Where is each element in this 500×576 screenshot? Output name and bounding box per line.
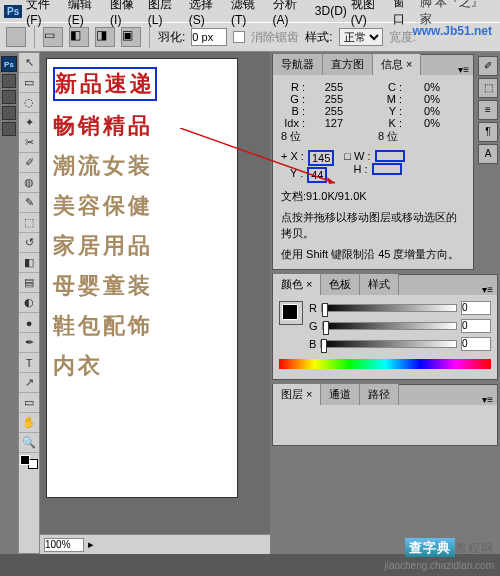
color-panel-menu-icon[interactable]: ▾≡: [478, 284, 497, 295]
info-y-val: 44: [307, 167, 327, 183]
menu-3d[interactable]: 3D(D): [315, 4, 347, 18]
hue-strip[interactable]: [279, 359, 491, 369]
eyedrop-tool[interactable]: ✐: [19, 153, 39, 173]
style-select[interactable]: 正常: [339, 28, 383, 46]
toolbox: ↖ ▭ ◌ ✦ ✂ ✐ ◍ ✎ ⬚ ↺ ◧ ▤ ◐ ● ✒ T ↗ ▭ ✋ 🔍: [18, 52, 40, 554]
tab-swatches[interactable]: 色板: [321, 274, 360, 295]
b-slider[interactable]: [320, 340, 457, 348]
info-hint1: 点按并拖移以移动图层或移动选区的拷贝。: [281, 210, 465, 241]
tab-channels[interactable]: 通道: [321, 384, 360, 405]
info-bit2: 8 位: [378, 129, 398, 144]
menu-file[interactable]: 文件(F): [26, 0, 64, 27]
tab-info[interactable]: 信息 ×: [373, 54, 421, 75]
pen-tool[interactable]: ✒: [19, 333, 39, 353]
sidetab-brush-icon[interactable]: ✐: [478, 56, 498, 76]
menu-bar: Ps 文件(F) 编辑(E) 图像(I) 图层(L) 选择(S) 滤镜(T) 分…: [0, 0, 500, 22]
brush-tool[interactable]: ✎: [19, 193, 39, 213]
menu-analysis[interactable]: 分析(A): [273, 0, 311, 27]
lasso-tool[interactable]: ◌: [19, 93, 39, 113]
feather-input[interactable]: [191, 28, 227, 46]
dodge-tool[interactable]: ●: [19, 313, 39, 333]
ps-icon: Ps: [4, 5, 22, 18]
text-line-3: 潮流女装: [53, 151, 231, 181]
intersect-sel-icon[interactable]: ▣: [121, 27, 141, 47]
status-arrow-icon[interactable]: ▸: [88, 538, 94, 551]
hand-tool[interactable]: ✋: [19, 413, 39, 433]
canvas[interactable]: 新品速递 畅销精品 潮流女装 美容保健 家居用品 母婴童装 鞋包配饰 内衣: [46, 58, 238, 498]
gradient-tool[interactable]: ▤: [19, 273, 39, 293]
b-value[interactable]: [461, 337, 491, 351]
mini-icon-2[interactable]: [2, 90, 16, 104]
feather-label: 羽化:: [158, 29, 185, 46]
info-idx: 127: [309, 117, 343, 129]
antialias-label: 消除锯齿: [251, 29, 299, 46]
menu-filter[interactable]: 滤镜(T): [231, 0, 269, 27]
mini-icon-3[interactable]: [2, 106, 16, 120]
mini-icon-1[interactable]: [2, 74, 16, 88]
tab-histogram[interactable]: 直方图: [323, 54, 373, 75]
tab-styles[interactable]: 样式: [360, 274, 399, 295]
sidetab-char-icon[interactable]: ¶: [478, 122, 498, 142]
info-r: 255: [309, 81, 343, 93]
text-line-2: 畅销精品: [53, 111, 231, 141]
g-slider[interactable]: [322, 322, 457, 330]
tool-preset-icon[interactable]: [6, 27, 26, 47]
marquee-tool[interactable]: ▭: [19, 73, 39, 93]
info-panel: 导航器 直方图 信息 × ▾≡ R :255 G :255 B :255 Idx…: [272, 54, 474, 270]
history-tool[interactable]: ↺: [19, 233, 39, 253]
left-icon-strip: Ps: [0, 52, 18, 554]
ps-logo-icon[interactable]: Ps: [1, 56, 17, 72]
r-slider[interactable]: [321, 304, 457, 312]
info-bit1: 8 位: [281, 129, 301, 144]
sidetab-clone-icon[interactable]: ⬚: [478, 78, 498, 98]
heal-tool[interactable]: ◍: [19, 173, 39, 193]
wand-tool[interactable]: ✦: [19, 113, 39, 133]
sub-sel-icon[interactable]: ◨: [95, 27, 115, 47]
info-b: 255: [309, 105, 343, 117]
menu-view[interactable]: 视图(V): [351, 0, 389, 27]
panel-menu-icon[interactable]: ▾≡: [454, 64, 473, 75]
g-value[interactable]: [461, 319, 491, 333]
info-doc: 文档:91.0K/91.0K: [281, 189, 465, 204]
marquee-icon[interactable]: ▭: [43, 27, 63, 47]
style-label: 样式:: [305, 29, 332, 46]
info-w: [375, 150, 405, 162]
text-line-5: 家居用品: [53, 231, 231, 261]
r-value[interactable]: [461, 301, 491, 315]
sidetab-a-icon[interactable]: A: [478, 144, 498, 164]
zoom-tool[interactable]: 🔍: [19, 433, 39, 453]
blur-tool[interactable]: ◐: [19, 293, 39, 313]
layers-panel: 图层 × 通道 路径 ▾≡: [272, 384, 498, 446]
menu-layer[interactable]: 图层(L): [148, 0, 185, 27]
crop-tool[interactable]: ✂: [19, 133, 39, 153]
layers-panel-menu-icon[interactable]: ▾≡: [478, 394, 497, 405]
foreground-swatch[interactable]: [279, 301, 303, 325]
shape-tool[interactable]: ▭: [19, 393, 39, 413]
eraser-tool[interactable]: ◧: [19, 253, 39, 273]
tab-layers[interactable]: 图层 ×: [273, 384, 321, 405]
path-tool[interactable]: ↗: [19, 373, 39, 393]
tab-paths[interactable]: 路径: [360, 384, 399, 405]
info-c: 0%: [406, 81, 440, 93]
info-hint2: 使用 Shift 键限制沿 45 度增量方向。: [281, 247, 465, 262]
info-h: [372, 163, 402, 175]
menu-select[interactable]: 选择(S): [189, 0, 227, 27]
antialias-checkbox[interactable]: [233, 31, 245, 43]
tab-color[interactable]: 颜色 ×: [273, 274, 321, 295]
color-swatch[interactable]: [20, 455, 38, 469]
zoom-input[interactable]: [44, 538, 84, 552]
color-panel: 颜色 × 色板 样式 ▾≡ R G B: [272, 274, 498, 380]
info-k: 0%: [406, 117, 440, 129]
info-g: 255: [309, 93, 343, 105]
stamp-tool[interactable]: ⬚: [19, 213, 39, 233]
mini-icon-4[interactable]: [2, 122, 16, 136]
add-sel-icon[interactable]: ◧: [69, 27, 89, 47]
move-tool[interactable]: ↖: [19, 53, 39, 73]
type-tool[interactable]: T: [19, 353, 39, 373]
sidetab-para-icon[interactable]: ≡: [478, 100, 498, 120]
text-line-7: 鞋包配饰: [53, 311, 231, 341]
menu-edit[interactable]: 编辑(E): [68, 0, 106, 27]
tab-navigator[interactable]: 导航器: [273, 54, 323, 75]
menu-image[interactable]: 图像(I): [110, 0, 144, 27]
info-x: 145: [308, 150, 334, 166]
